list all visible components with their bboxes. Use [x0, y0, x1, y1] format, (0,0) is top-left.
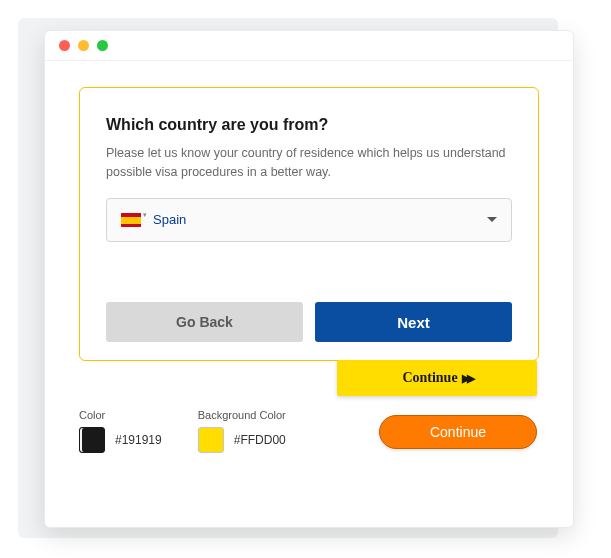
form-title: Which country are you from?: [106, 116, 512, 134]
country-select[interactable]: ▾ Spain: [106, 198, 512, 242]
bg-color-block: Background Color #FFDD00: [198, 409, 286, 453]
text-color-block: Color #191919: [79, 409, 162, 453]
next-button[interactable]: Next: [315, 302, 512, 342]
text-color-swatch[interactable]: [79, 427, 105, 453]
button-row: Go Back Next: [106, 302, 512, 342]
continue-yellow-button[interactable]: Continue ▶▶: [337, 360, 537, 396]
content-area: Which country are you from? Please let u…: [45, 61, 573, 381]
color-settings: Color #191919 Background Color #FFDD00: [79, 409, 286, 453]
select-value-wrap: ▾ Spain: [121, 212, 186, 227]
flag-spain-icon: ▾: [121, 213, 141, 227]
country-select-value: Spain: [153, 212, 186, 227]
maximize-icon[interactable]: [97, 40, 108, 51]
bg-color-swatch[interactable]: [198, 427, 224, 453]
minimize-icon[interactable]: [78, 40, 89, 51]
browser-window: Which country are you from? Please let u…: [44, 30, 574, 528]
forward-icon: ▶▶: [462, 372, 472, 385]
form-card: Which country are you from? Please let u…: [79, 87, 539, 361]
go-back-button[interactable]: Go Back: [106, 302, 303, 342]
bg-color-value: #FFDD00: [234, 433, 286, 447]
form-description: Please let us know your country of resid…: [106, 144, 512, 182]
bg-color-label: Background Color: [198, 409, 286, 421]
continue-orange-button[interactable]: Continue: [379, 415, 537, 449]
continue-yellow-label: Continue: [402, 370, 457, 386]
window-title-bar: [45, 31, 573, 61]
text-color-label: Color: [79, 409, 162, 421]
text-color-value: #191919: [115, 433, 162, 447]
chevron-down-icon: [487, 217, 497, 222]
close-icon[interactable]: [59, 40, 70, 51]
